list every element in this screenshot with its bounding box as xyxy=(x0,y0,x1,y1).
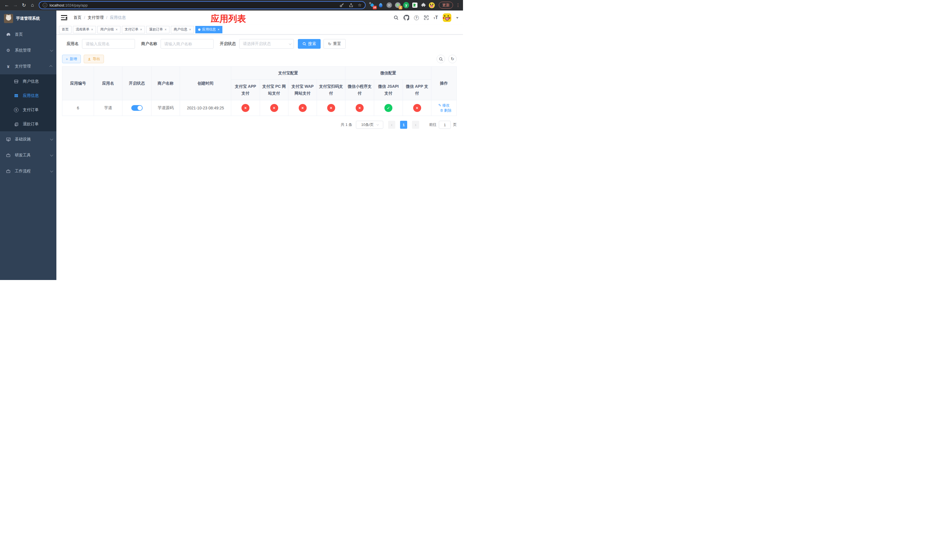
app-table: 应用编号 应用名 开启状态 商户名称 创建时间 支付宝配置 微信配置 操作 支付… xyxy=(62,67,457,116)
gear-icon: ⚙ xyxy=(6,48,11,53)
status-select[interactable]: 请选择开启状态 xyxy=(239,39,294,49)
browser-back-icon[interactable]: ← xyxy=(3,1,11,9)
tab-app-info[interactable]: 应用信息× xyxy=(195,26,222,33)
delete-link[interactable]: 删除 xyxy=(440,108,452,113)
col-header-created: 创建时间 xyxy=(180,67,231,100)
extension-command-icon[interactable]: ⌘ xyxy=(386,2,392,8)
close-icon[interactable]: × xyxy=(165,28,166,32)
close-icon[interactable]: × xyxy=(189,28,191,32)
shop-icon xyxy=(14,79,19,84)
extensions-puzzle-icon[interactable] xyxy=(420,2,426,8)
search-icon[interactable] xyxy=(393,15,399,20)
col-header-merchant: 商户名称 xyxy=(151,67,180,100)
site-info-icon[interactable]: i xyxy=(43,3,47,8)
briefcase-icon xyxy=(6,153,11,157)
refresh-table-button[interactable]: ↻ xyxy=(448,55,457,63)
url-path: :1024/pay/app xyxy=(64,3,88,8)
extension-camera-icon[interactable]: 1 xyxy=(395,2,401,8)
breadcrumb-payment[interactable]: 支付管理 xyxy=(88,15,104,20)
browser-reload-icon[interactable]: ↻ xyxy=(20,1,28,9)
cell-app-name: 芋道 xyxy=(94,100,123,116)
extension-badge: 10 xyxy=(373,6,377,9)
extension-smiley-icon[interactable] xyxy=(429,2,435,8)
tab-pay-order[interactable]: 支付订单× xyxy=(122,26,145,33)
goto-page-input[interactable] xyxy=(439,121,451,129)
tab-refund-order[interactable]: 退款订单× xyxy=(146,26,169,33)
app-name-label: 应用名 xyxy=(67,41,79,47)
toggle-search-button[interactable] xyxy=(437,55,445,63)
merchant-name-input[interactable] xyxy=(160,39,213,49)
breadcrumb-separator: / xyxy=(84,15,85,20)
address-bar[interactable]: i localhost:1024/pay/app ☆ xyxy=(39,1,366,9)
bookmark-star-icon[interactable]: ☆ xyxy=(358,3,362,8)
fullscreen-icon[interactable] xyxy=(424,15,429,20)
sidebar-logo[interactable]: 芋道管理系统 xyxy=(0,11,56,26)
tab-label: 支付订单 xyxy=(125,27,138,32)
help-icon[interactable]: ? xyxy=(414,15,419,20)
export-button[interactable]: 导出 xyxy=(84,55,104,63)
extensions-row: 10 ⌘ 1 y xyxy=(369,2,435,8)
close-icon[interactable]: × xyxy=(91,28,93,32)
sidebar-item-workflow[interactable]: 工作流程 xyxy=(0,163,56,179)
search-button-label: 搜索 xyxy=(308,41,316,47)
font-size-icon[interactable]: тT xyxy=(434,15,438,20)
pagination: 共 1 条 10条/页 ‹ 1 › 前往 页 xyxy=(62,121,457,129)
close-icon[interactable]: × xyxy=(140,28,142,32)
extension-green-circle-icon[interactable]: y xyxy=(403,2,409,8)
password-key-icon[interactable] xyxy=(339,3,344,8)
sidebar-item-dev-tools[interactable]: 研发工具 xyxy=(0,147,56,163)
sidebar-item-app-info[interactable]: 应用信息 xyxy=(0,89,56,103)
extension-diamond-icon[interactable]: 10 xyxy=(369,2,375,8)
extension-flag-icon[interactable] xyxy=(412,2,418,8)
search-button[interactable]: 搜索 xyxy=(298,39,321,49)
refresh-icon: ↻ xyxy=(328,42,331,46)
breadcrumb-home[interactable]: 首页 xyxy=(73,15,82,20)
sidebar-item-system[interactable]: ⚙ 系统管理 xyxy=(0,42,56,58)
tab-user-group[interactable]: 用户分组× xyxy=(97,26,121,33)
breadcrumb-separator: / xyxy=(106,15,107,20)
share-icon[interactable] xyxy=(349,3,353,8)
sidebar-item-payment[interactable]: ¥ 支付管理 xyxy=(0,58,56,74)
close-icon[interactable]: × xyxy=(116,28,118,32)
sidebar-item-label: 应用信息 xyxy=(23,93,52,98)
sidebar-item-pay-order[interactable]: ¥ 支付订单 xyxy=(0,103,56,117)
tab-merchant-info[interactable]: 商户信息× xyxy=(171,26,194,33)
tab-label: 首页 xyxy=(62,27,69,32)
merchant-name-label: 商户名称 xyxy=(141,41,157,47)
browser-home-icon[interactable]: ⌂ xyxy=(29,1,36,9)
prev-page-button[interactable]: ‹ xyxy=(388,121,395,129)
reset-button[interactable]: ↻ 重置 xyxy=(324,39,346,49)
edit-link[interactable]: ✎修改 xyxy=(438,103,449,108)
browser-menu-icon[interactable]: ⋮ xyxy=(456,3,460,8)
next-page-button[interactable]: › xyxy=(412,121,419,129)
page-size-select[interactable]: 10条/页 xyxy=(356,121,383,129)
delete-label: 删除 xyxy=(444,108,452,113)
sidebar-item-label: 首页 xyxy=(15,32,52,37)
status-toggle[interactable] xyxy=(131,105,143,111)
sidebar-item-label: 系统管理 xyxy=(15,48,50,53)
tab-process-form[interactable]: 流程表单× xyxy=(73,26,96,33)
tab-home[interactable]: 首页 xyxy=(59,26,71,33)
active-dot xyxy=(198,29,200,31)
sidebar-item-refund-order[interactable]: 退款订单 xyxy=(0,117,56,131)
chevron-down-icon xyxy=(50,48,53,51)
browser-update-button[interactable]: 更新 xyxy=(439,2,453,9)
page-1-button[interactable]: 1 xyxy=(400,121,407,129)
github-icon[interactable] xyxy=(404,15,409,21)
caret-down-icon[interactable] xyxy=(456,17,458,20)
sidebar-item-home[interactable]: 首页 xyxy=(0,26,56,42)
add-button-label: 新增 xyxy=(70,56,77,62)
search-form: 应用名 商户名称 开启状态 请选择开启状态 搜索 ↻ 重置 xyxy=(67,39,457,49)
avatar[interactable] xyxy=(443,14,451,22)
status-label: 开启状态 xyxy=(220,41,236,47)
add-button[interactable]: + 新增 xyxy=(62,55,81,63)
extension-balloon-icon[interactable] xyxy=(378,2,384,8)
close-icon[interactable]: × xyxy=(218,28,219,32)
tags-view: 首页 流程表单× 用户分组× 支付订单× 退款订单× 商户信息× 应用信息× xyxy=(56,25,463,35)
search-icon xyxy=(439,57,443,61)
browser-forward-icon[interactable]: → xyxy=(11,1,20,9)
sidebar-collapse-icon[interactable] xyxy=(61,15,67,20)
sidebar-item-merchant-info[interactable]: 商户信息 xyxy=(0,74,56,89)
sidebar-item-infrastructure[interactable]: 基础设施 xyxy=(0,131,56,147)
app-name-input[interactable] xyxy=(82,39,135,49)
